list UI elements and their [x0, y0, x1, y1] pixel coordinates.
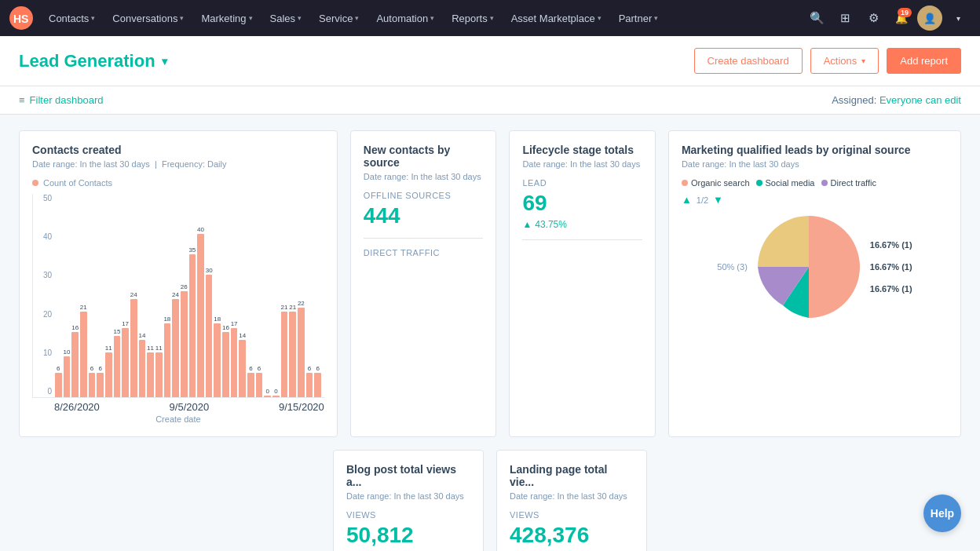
bar-column: 17 — [231, 320, 238, 397]
apps-icon[interactable]: ⊞ — [832, 5, 858, 31]
y-axis-labels: 01020304050 — [33, 194, 52, 397]
bar-value-label: 40 — [197, 226, 204, 233]
account-chevron-icon[interactable]: ▾ — [945, 5, 971, 31]
bar-fill — [231, 328, 238, 397]
y-label: 30 — [33, 271, 52, 279]
bar-fill — [80, 312, 87, 397]
hubspot-logo[interactable]: HS — [9, 6, 33, 30]
bar-value-label: 15 — [113, 328, 120, 335]
notifications-icon[interactable]: 🔔 19 — [889, 5, 914, 31]
bar-fill — [256, 373, 263, 397]
filter-bar: ≡ Filter dashboard Assigned: Everyone ca… — [0, 86, 980, 115]
bar-value-label: 6 — [316, 365, 319, 372]
chart-legend: Count of Contacts — [32, 178, 324, 188]
contacts-created-title: Contacts created — [32, 144, 324, 156]
pie-chart-container: 50% (3) 16.6 — [682, 212, 948, 322]
bar-column: 18 — [164, 316, 171, 397]
pie-navigation: ▲ 1/2 ▼ — [682, 194, 948, 206]
bar-column: 21 — [289, 304, 296, 397]
nav-contacts[interactable]: Contacts ▾ — [41, 9, 103, 27]
bar-value-label: 21 — [281, 304, 288, 311]
nav-marketing[interactable]: Marketing ▾ — [193, 9, 260, 27]
pie-nav-next-icon[interactable]: ▼ — [713, 194, 723, 206]
y-label: 10 — [33, 348, 52, 357]
legend-dot-social — [756, 180, 762, 186]
blog-post-views-card: Blog post total views a... Date range: I… — [333, 450, 484, 551]
bar-column: 24 — [130, 291, 137, 397]
chevron-down-icon: ▾ — [91, 14, 95, 22]
bar-value-label: 6 — [249, 365, 252, 372]
dashboard-title: Lead Generation ▾ — [19, 51, 167, 71]
pie-label-purple: 16.67% (1) — [870, 262, 912, 272]
nav-service[interactable]: Service ▾ — [311, 9, 367, 27]
bar-value-label: 6 — [57, 365, 60, 372]
bar-value-label: 6 — [90, 365, 93, 372]
nav-sales[interactable]: Sales ▾ — [262, 9, 310, 27]
pie-nav-prev-icon[interactable]: ▲ — [682, 194, 692, 206]
nav-conversations[interactable]: Conversations ▾ — [104, 9, 192, 27]
bar-column: 40 — [197, 226, 204, 397]
bar-column: 24 — [172, 291, 179, 397]
notification-count: 19 — [898, 8, 912, 17]
bar-fill — [139, 340, 146, 397]
bar-column: 14 — [239, 332, 246, 397]
bar-fill — [306, 373, 313, 397]
nav-automation[interactable]: Automation ▾ — [368, 9, 442, 27]
bar-value-label: 18 — [214, 316, 221, 323]
bar-fill — [314, 373, 321, 397]
bar-fill — [55, 373, 62, 397]
bar-column: 21 — [281, 304, 288, 397]
bar-value-label: 10 — [64, 348, 71, 356]
bar-value-label: 26 — [181, 283, 188, 290]
bar-fill — [164, 323, 171, 397]
bar-fill — [197, 234, 204, 397]
legend-direct: Direct traffic — [821, 178, 876, 188]
bar-fill — [147, 352, 154, 397]
y-label: 0 — [33, 387, 52, 396]
bar-fill — [122, 328, 129, 397]
filter-dashboard-link[interactable]: ≡ Filter dashboard — [19, 94, 104, 106]
dashboard-row-2: Blog post total views a... Date range: I… — [19, 450, 961, 551]
bar-value-label: 14 — [138, 332, 145, 339]
pie-label-gold: 16.67% (1) — [870, 284, 912, 294]
lifecycle-stage-subtitle: Date range: In the last 30 days — [522, 159, 642, 169]
everyone-can-edit-link[interactable]: Everyone can edit — [879, 94, 961, 106]
bar-column: 6 — [256, 365, 263, 397]
bar-value-label: 21 — [289, 304, 296, 311]
bar-fill — [172, 299, 179, 397]
bar-column: 11 — [155, 345, 163, 397]
mql-source-title: Marketing qualified leads by original so… — [682, 144, 948, 156]
bar-column: 16 — [222, 324, 229, 397]
dashboard-title-text: Lead Generation — [19, 51, 155, 71]
bar-value-label: 35 — [188, 246, 196, 254]
user-avatar[interactable]: 👤 — [917, 5, 942, 31]
legend-dot-contacts — [32, 180, 38, 186]
nav-asset-marketplace[interactable]: Asset Marketplace ▾ — [503, 9, 609, 27]
landing-page-title: Landing page total vie... — [510, 463, 634, 488]
nav-partner[interactable]: Partner ▾ — [611, 9, 667, 27]
lifecycle-stage-title: Lifecycle stage totals — [522, 144, 642, 156]
search-icon[interactable]: 🔍 — [804, 5, 829, 31]
bar-fill — [130, 299, 137, 397]
bar-value-label: 24 — [130, 291, 137, 298]
title-dropdown-icon[interactable]: ▾ — [162, 55, 167, 68]
bar-chart: 01020304050 6101621661115172414111118242… — [32, 194, 324, 398]
dashboard-row-1: Contacts created Date range: In the last… — [19, 130, 961, 437]
settings-icon[interactable]: ⚙ — [861, 5, 886, 31]
bar-value-label: 16 — [222, 324, 229, 331]
dashboard-content: Contacts created Date range: In the last… — [0, 115, 980, 551]
y-label: 50 — [33, 194, 52, 203]
bar-column: 15 — [114, 328, 121, 397]
help-button[interactable]: Help — [923, 494, 961, 532]
legend-dot-direct — [821, 180, 828, 186]
y-label: 40 — [33, 232, 52, 241]
pie-labels-right: 16.67% (1) 16.67% (1) 16.67% (1) — [870, 240, 912, 294]
add-report-button[interactable]: Add report — [887, 48, 961, 74]
bar-fill — [298, 308, 305, 397]
nav-reports[interactable]: Reports ▾ — [444, 9, 502, 27]
legend-social: Social media — [756, 178, 815, 188]
create-dashboard-button[interactable]: Create dashboard — [694, 48, 803, 74]
bar-fill — [189, 254, 196, 397]
actions-button[interactable]: Actions ▾ — [810, 48, 879, 74]
bar-value-label: 30 — [206, 267, 213, 274]
